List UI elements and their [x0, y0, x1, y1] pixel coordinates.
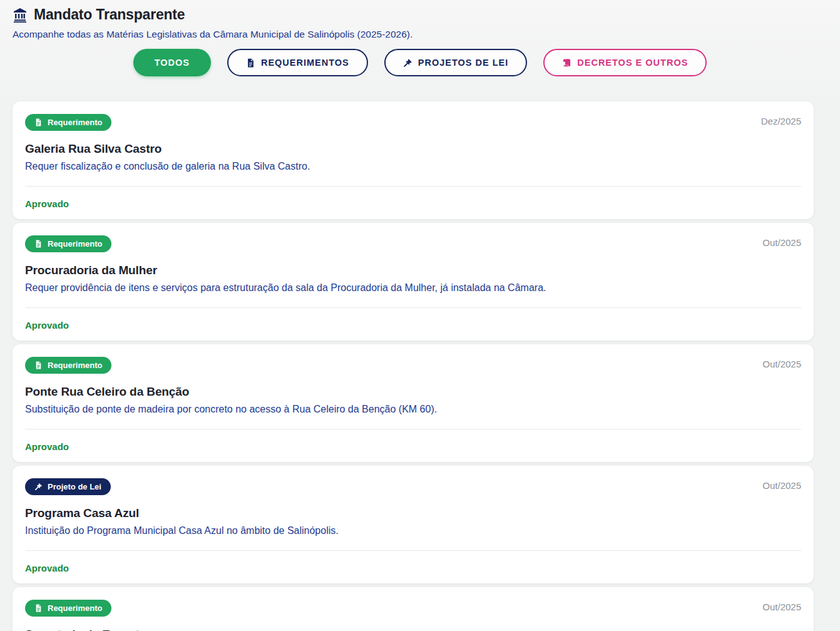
card-description: Requer providência de itens e serviços p… — [25, 281, 801, 294]
page-subtitle: Acompanhe todas as Matérias Legislativas… — [13, 29, 827, 40]
card-date: Out/2025 — [762, 235, 801, 248]
badge-label: Projeto de Lei — [48, 482, 101, 491]
file-icon — [34, 118, 43, 126]
badge-label: Requerimento — [48, 603, 102, 613]
card-divider — [25, 186, 801, 187]
page-title: Mandato Transparente — [34, 6, 185, 23]
card-date: Out/2025 — [762, 357, 801, 369]
filter-label: TODOS — [155, 58, 190, 68]
type-badge: Requerimento — [25, 114, 111, 131]
card-divider — [25, 550, 801, 551]
filter-button-projetos-de-lei[interactable]: PROJETOS DE LEI — [384, 49, 527, 76]
card-description: Requer fiscalização e conclusão de galer… — [25, 160, 801, 173]
card-top-row: Requerimento Dez/2025 — [25, 114, 801, 131]
card-divider — [25, 429, 801, 429]
card-title: Procuradoria da Mulher — [25, 263, 801, 277]
card-title: Galeria Rua Silva Castro — [25, 141, 801, 156]
title-row: Mandato Transparente — [13, 6, 827, 23]
type-badge: Requerimento — [25, 600, 111, 617]
file-icon — [246, 58, 255, 68]
materia-card: Projeto de Lei Out/2025 Programa Casa Az… — [13, 466, 814, 583]
file-icon — [34, 240, 43, 248]
status-value: Aprovado — [25, 563, 69, 573]
file-icon — [34, 604, 43, 612]
badge-label: Requerimento — [48, 118, 102, 127]
card-description: Substituição de ponte de madeira por con… — [25, 403, 801, 416]
filter-button-decretos-e-outros[interactable]: DECRETOS E OUTROS — [543, 49, 707, 76]
badge-label: Requerimento — [48, 361, 102, 370]
page-header: Mandato Transparente Acompanhe todas as … — [0, 0, 840, 40]
badge-label: Requerimento — [48, 239, 102, 249]
card-title: Secretaria de Esporte — [25, 627, 801, 631]
card-date: Dez/2025 — [761, 114, 801, 126]
type-badge: Projeto de Lei — [25, 478, 111, 495]
materia-card: Requerimento Out/2025 Ponte Rua Celeiro … — [13, 344, 814, 462]
materia-card: Requerimento Dez/2025 Galeria Rua Silva … — [13, 101, 814, 219]
card-top-row: Requerimento Out/2025 — [25, 357, 801, 374]
landmark-icon — [13, 8, 28, 23]
scroll-icon — [562, 58, 571, 68]
card-status-line: Aprovado — [25, 198, 801, 210]
filter-label: DECRETOS E OUTROS — [577, 58, 688, 68]
card-date: Out/2025 — [762, 478, 801, 491]
card-top-row: Requerimento Out/2025 — [25, 600, 801, 617]
card-title: Programa Casa Azul — [25, 506, 801, 520]
status-value: Aprovado — [25, 441, 69, 452]
materia-card: Requerimento Out/2025 Procuradoria da Mu… — [13, 223, 814, 341]
gavel-icon — [34, 483, 43, 491]
filter-label: REQUERIMENTOS — [261, 58, 349, 68]
card-status-line: Aprovado — [25, 320, 801, 331]
gavel-icon — [403, 58, 412, 68]
card-status-line: Aprovado — [25, 441, 801, 453]
card-top-row: Projeto de Lei Out/2025 — [25, 478, 801, 495]
card-status-line: Aprovado — [25, 563, 801, 574]
card-list: Requerimento Dez/2025 Galeria Rua Silva … — [13, 101, 814, 631]
card-top-row: Requerimento Out/2025 — [25, 235, 801, 252]
status-value: Aprovado — [25, 198, 69, 209]
file-icon — [34, 361, 43, 369]
filter-bar: TODOS REQUERIMENTOS PROJETOS DE LEI DECR… — [0, 49, 840, 76]
filter-button-todos[interactable]: TODOS — [133, 49, 211, 76]
card-date: Out/2025 — [762, 600, 801, 612]
type-badge: Requerimento — [25, 357, 111, 374]
filter-label: PROJETOS DE LEI — [418, 58, 508, 68]
card-divider — [25, 307, 801, 308]
status-value: Aprovado — [25, 320, 69, 331]
materia-card: Requerimento Out/2025 Secretaria de Espo… — [13, 587, 814, 631]
type-badge: Requerimento — [25, 235, 111, 252]
card-title: Ponte Rua Celeiro da Benção — [25, 384, 801, 399]
card-description: Instituição do Programa Municipal Casa A… — [25, 524, 801, 537]
filter-button-requerimentos[interactable]: REQUERIMENTOS — [227, 49, 368, 76]
